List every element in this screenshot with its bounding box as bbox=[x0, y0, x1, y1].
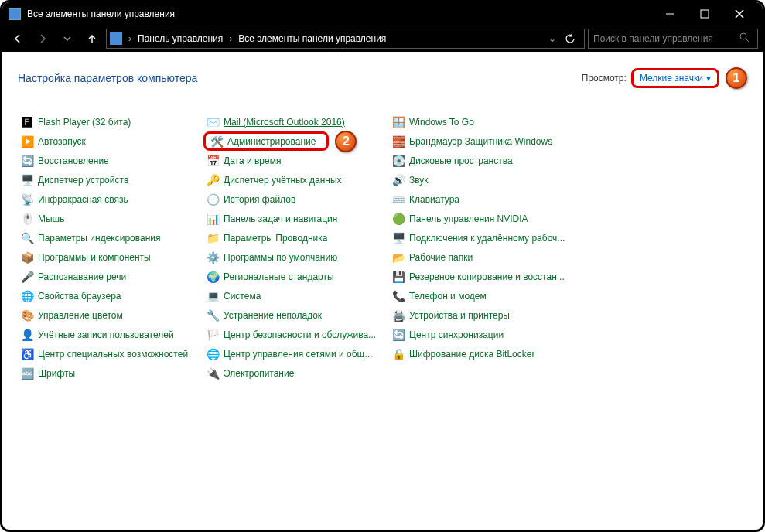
svg-point-4 bbox=[740, 33, 746, 39]
search-input[interactable]: Поиск в панели управления bbox=[588, 29, 758, 49]
troubleshoot-icon: 🔧 bbox=[207, 309, 219, 322]
item-explorer-options[interactable]: 📁Параметры Проводника bbox=[203, 228, 389, 247]
backup-icon: 💾 bbox=[392, 271, 405, 283]
item-user-accounts[interactable]: 👤Учётные записи пользователей bbox=[18, 325, 203, 344]
flag-icon: 🏳️ bbox=[207, 329, 219, 341]
breadcrumb[interactable]: › Панель управления › Все элементы панел… bbox=[106, 29, 585, 49]
item-date-time[interactable]: 📅Дата и время bbox=[203, 151, 389, 170]
item-phone-modem[interactable]: 📞Телефон и модем bbox=[389, 286, 575, 305]
item-internet-options[interactable]: 🌐Свойства браузера bbox=[18, 286, 203, 305]
item-programs[interactable]: 📦Программы и компоненты bbox=[18, 247, 203, 267]
internet-icon: 🌐 bbox=[21, 290, 33, 302]
refresh-button[interactable] bbox=[559, 29, 581, 49]
item-backup[interactable]: 💾Резервное копирование и восстан... bbox=[389, 267, 575, 286]
items-grid: 🅵Flash Player (32 бита) ✉️Mail (Microsof… bbox=[18, 112, 747, 383]
sound-icon: 🔊 bbox=[392, 174, 405, 186]
window-title: Все элементы панели управления bbox=[27, 9, 652, 19]
content-area: Настройка параметров компьютера Просмотр… bbox=[2, 52, 763, 530]
programs-icon: 📦 bbox=[21, 251, 33, 264]
callout-admin: 🛠️Администрирование 2 bbox=[203, 131, 389, 151]
view-dropdown[interactable]: Мелкие значки ▾ bbox=[631, 68, 719, 88]
view-value: Мелкие значки bbox=[640, 73, 703, 84]
item-windows-to-go[interactable]: 🪟Windows To Go bbox=[389, 112, 575, 131]
item-autoplay[interactable]: ▶️Автозапуск bbox=[18, 131, 203, 151]
autoplay-icon: ▶️ bbox=[21, 135, 33, 148]
network-icon: 🌐 bbox=[207, 348, 219, 360]
search-icon bbox=[739, 32, 750, 45]
item-flash-player[interactable]: 🅵Flash Player (32 бита) bbox=[18, 112, 203, 131]
mail-icon: ✉️ bbox=[207, 116, 219, 128]
item-sync-center[interactable]: 🔄Центр синхронизации bbox=[389, 325, 575, 344]
item-devices-printers[interactable]: 🖨️Устройства и принтеры bbox=[389, 305, 575, 325]
item-indexing[interactable]: 🔍Параметры индексирования bbox=[18, 228, 203, 247]
item-troubleshoot[interactable]: 🔧Устранение неполадок bbox=[203, 305, 389, 325]
maximize-button[interactable] bbox=[687, 2, 722, 26]
item-bitlocker[interactable]: 🔒Шифрование диска BitLocker bbox=[389, 344, 575, 363]
mouse-icon: 🖱️ bbox=[21, 213, 33, 225]
item-taskbar[interactable]: 📊Панель задач и навигация bbox=[203, 209, 389, 228]
nvidia-icon: 🟢 bbox=[392, 213, 405, 225]
item-nvidia[interactable]: 🟢Панель управления NVIDIA bbox=[389, 209, 575, 228]
item-region[interactable]: 🌍Региональные стандарты bbox=[203, 267, 389, 286]
annotation-badge-2: 2 bbox=[335, 131, 357, 152]
view-label: Просмотр: bbox=[582, 73, 627, 84]
item-admin-tools[interactable]: 🛠️Администрирование bbox=[203, 131, 329, 151]
item-credential-manager[interactable]: 🔑Диспетчер учётных данных bbox=[203, 170, 389, 189]
annotation-badge-1: 1 bbox=[726, 67, 747, 89]
lock-icon: 🔒 bbox=[392, 348, 405, 360]
windows-icon: 🪟 bbox=[392, 116, 405, 128]
item-fonts[interactable]: 🔤Шрифты bbox=[18, 363, 203, 383]
item-mail[interactable]: ✉️Mail (Microsoft Outlook 2016) bbox=[203, 112, 389, 131]
close-button[interactable] bbox=[722, 2, 756, 26]
minimize-button[interactable] bbox=[652, 2, 687, 26]
infrared-icon: 📡 bbox=[21, 193, 33, 206]
recent-locations-button[interactable] bbox=[56, 28, 78, 49]
page-title: Настройка параметров компьютера bbox=[18, 72, 582, 84]
item-keyboard[interactable]: ⌨️Клавиатура bbox=[389, 189, 575, 209]
region-icon: 🌍 bbox=[207, 271, 219, 283]
breadcrumb-item[interactable]: Панель управления bbox=[138, 33, 223, 44]
item-speech[interactable]: 🎤Распознавание речи bbox=[18, 267, 203, 286]
item-device-manager[interactable]: 🖥️Диспетчер устройств bbox=[18, 170, 203, 189]
firewall-icon: 🧱 bbox=[392, 135, 405, 148]
item-power[interactable]: 🔌Электропитание bbox=[203, 363, 389, 383]
item-storage-spaces[interactable]: 💽Дисковые пространства bbox=[389, 151, 575, 170]
search-placeholder: Поиск в панели управления bbox=[593, 33, 739, 44]
item-recovery[interactable]: 🔄Восстановление bbox=[18, 151, 203, 170]
phone-icon: 📞 bbox=[392, 290, 405, 302]
item-file-history[interactable]: 🕘История файлов bbox=[203, 189, 389, 209]
item-infrared[interactable]: 📡Инфракрасная связь bbox=[18, 189, 203, 209]
device-manager-icon: 🖥️ bbox=[21, 174, 33, 186]
chevron-down-icon: ▾ bbox=[706, 73, 711, 84]
item-firewall[interactable]: 🧱Брандмауэр Защитника Windows bbox=[389, 131, 575, 151]
item-sound[interactable]: 🔊Звук bbox=[389, 170, 575, 189]
credential-icon: 🔑 bbox=[207, 174, 219, 186]
item-mouse[interactable]: 🖱️Мышь bbox=[18, 209, 203, 228]
remote-icon: 🖥️ bbox=[392, 232, 405, 244]
breadcrumb-item[interactable]: Все элементы панели управления bbox=[238, 33, 386, 44]
chevron-right-icon: › bbox=[125, 33, 135, 44]
indexing-icon: 🔍 bbox=[21, 232, 33, 244]
forward-button[interactable] bbox=[32, 28, 53, 49]
item-network-center[interactable]: 🌐Центр управления сетями и общ... bbox=[203, 344, 389, 363]
accessibility-icon: ♿ bbox=[21, 348, 33, 360]
item-system[interactable]: 💻Система bbox=[203, 286, 389, 305]
svg-rect-1 bbox=[701, 10, 709, 18]
item-ease-of-access[interactable]: ♿Центр специальных возможностей bbox=[18, 344, 203, 363]
chevron-down-icon[interactable]: ⌄ bbox=[548, 33, 556, 44]
control-panel-icon bbox=[110, 32, 122, 45]
item-color-mgmt[interactable]: 🎨Управление цветом bbox=[18, 305, 203, 325]
speech-icon: 🎤 bbox=[21, 271, 33, 283]
item-default-programs[interactable]: ⚙️Программы по умолчанию bbox=[203, 247, 389, 267]
svg-line-5 bbox=[746, 39, 749, 42]
up-button[interactable] bbox=[81, 28, 103, 49]
back-button[interactable] bbox=[7, 28, 29, 49]
disk-icon: 💽 bbox=[392, 155, 405, 167]
date-icon: 📅 bbox=[207, 155, 219, 167]
folder-icon: 📁 bbox=[207, 232, 219, 244]
item-work-folders[interactable]: 📂Рабочие папки bbox=[389, 247, 575, 267]
color-icon: 🎨 bbox=[21, 309, 33, 322]
item-security-center[interactable]: 🏳️Центр безопасности и обслужива... bbox=[203, 325, 389, 344]
item-remote-desktop[interactable]: 🖥️Подключения к удалённому рабоч... bbox=[389, 228, 575, 247]
system-icon: 💻 bbox=[207, 290, 219, 302]
